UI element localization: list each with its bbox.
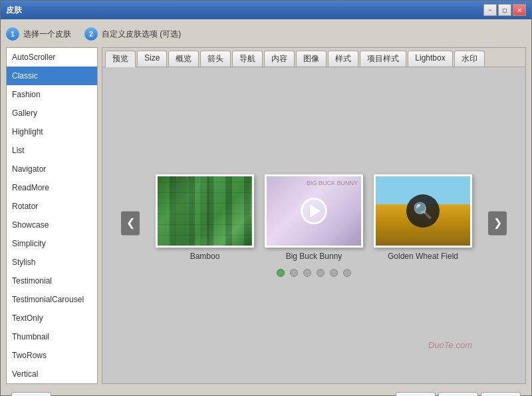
sidebar-item-simplicity[interactable]: Simplicity: [7, 234, 97, 253]
sidebar-item-highlight[interactable]: Highlight: [7, 122, 97, 141]
tab-nav[interactable]: 导航: [232, 51, 263, 67]
sidebar-item-tworows[interactable]: TwoRows: [7, 346, 97, 365]
step-2-circle: 2: [84, 27, 98, 41]
bottom-right-buttons: 确定 取消 帮助: [396, 392, 521, 396]
apply-button[interactable]: 应用: [11, 392, 51, 396]
tab-content[interactable]: 内容: [264, 51, 295, 67]
dot-2[interactable]: [290, 269, 298, 277]
sidebar-item-textonly[interactable]: TextOnly: [7, 309, 97, 327]
carousel-dots: [277, 269, 351, 277]
watermark: DuoTe.com: [428, 340, 472, 350]
right-panel: 预览 Size 概览 箭头 导航 内容 图像 样式 项目样式 Lightbox …: [102, 47, 526, 384]
carousel-image-bunny[interactable]: BIG BUCK BUNNY: [265, 174, 363, 248]
dot-3[interactable]: [303, 269, 311, 277]
carousel: ❮ Bamboo: [116, 81, 512, 370]
sidebar-item-thumbnail[interactable]: Thumbnail: [7, 327, 97, 346]
steps-header: 1 选择一个皮肤 2 自定义皮肤选项 (可选): [6, 25, 526, 43]
tab-watermark[interactable]: 水印: [454, 51, 485, 67]
sidebar-item-navigator[interactable]: Navigator: [7, 160, 97, 178]
carousel-prev-button[interactable]: ❮: [121, 211, 140, 235]
step-1-circle: 1: [6, 27, 19, 41]
sidebar-item-readmore[interactable]: ReadMore: [7, 178, 97, 197]
dot-6[interactable]: [343, 269, 351, 277]
main-panel: AutoScroller Classic Fashion Gallery Hig…: [6, 47, 526, 384]
carousel-image-bamboo[interactable]: [156, 174, 254, 248]
tab-overview[interactable]: 概览: [168, 51, 199, 67]
tab-image[interactable]: 图像: [296, 51, 327, 67]
main-window: 皮肤 － □ ✕ 1 选择一个皮肤 2 自定义皮肤选项 (可选) AutoScr…: [0, 0, 532, 396]
play-button[interactable]: [301, 198, 327, 224]
window-title: 皮肤: [6, 5, 22, 16]
content-area: 1 选择一个皮肤 2 自定义皮肤选项 (可选) AutoScroller Cla…: [1, 19, 531, 396]
carousel-items: Bamboo BIG BUCK BUNNY Big B: [156, 174, 472, 261]
title-bar-buttons: － □ ✕: [483, 4, 526, 16]
carousel-item-bamboo: Bamboo: [156, 174, 254, 261]
tab-lightbox[interactable]: Lightbox: [408, 51, 452, 67]
close-button[interactable]: ✕: [513, 4, 526, 16]
skin-list[interactable]: AutoScroller Classic Fashion Gallery Hig…: [6, 47, 98, 384]
carousel-item-bunny: BIG BUCK BUNNY Big Buck Bunny: [265, 174, 363, 261]
dot-4[interactable]: [317, 269, 325, 277]
carousel-caption-bamboo: Bamboo: [190, 252, 220, 261]
sidebar-item-vertical[interactable]: Vertical: [7, 365, 97, 383]
dot-5[interactable]: [330, 269, 338, 277]
sidebar-item-showcase[interactable]: Showcase: [7, 216, 97, 234]
play-icon: [310, 204, 321, 218]
sidebar-item-gallery[interactable]: Gallery: [7, 104, 97, 122]
sidebar-item-fashion[interactable]: Fashion: [7, 85, 97, 104]
sidebar-item-autoscroller[interactable]: AutoScroller: [7, 48, 97, 67]
sidebar-item-rotator[interactable]: Rotator: [7, 197, 97, 216]
carousel-caption-wheat: Golden Wheat Field: [388, 252, 458, 261]
tab-bar: 预览 Size 概览 箭头 导航 内容 图像 样式 项目样式 Lightbox …: [102, 48, 525, 67]
step-1-label: 选择一个皮肤: [23, 29, 71, 40]
sidebar-item-stylish[interactable]: Stylish: [7, 253, 97, 272]
help-button[interactable]: 帮助: [481, 392, 521, 396]
tab-size[interactable]: Size: [137, 51, 167, 67]
carousel-caption-bunny: Big Buck Bunny: [286, 252, 342, 261]
carousel-item-wheat: 🔍 Golden Wheat Field: [374, 174, 472, 261]
sidebar-item-testimonial[interactable]: Testimonial: [7, 272, 97, 290]
search-overlay: 🔍: [406, 194, 440, 228]
cancel-button[interactable]: 取消: [438, 392, 478, 396]
sidebar-item-classic[interactable]: Classic: [7, 67, 97, 85]
tab-arrow[interactable]: 箭头: [200, 51, 231, 67]
tab-preview[interactable]: 预览: [105, 51, 136, 67]
carousel-image-wheat[interactable]: 🔍: [374, 174, 472, 248]
dot-1[interactable]: [277, 269, 285, 277]
minimize-button[interactable]: －: [483, 4, 497, 16]
title-bar: 皮肤 － □ ✕: [1, 1, 531, 19]
tab-style[interactable]: 样式: [328, 51, 358, 67]
step-2: 2 自定义皮肤选项 (可选): [84, 27, 181, 41]
sidebar-item-list[interactable]: List: [7, 141, 97, 160]
carousel-next-button[interactable]: ❯: [488, 211, 507, 235]
step-2-label: 自定义皮肤选项 (可选): [102, 29, 181, 40]
ok-button[interactable]: 确定: [396, 392, 436, 396]
step-1: 1 选择一个皮肤: [6, 27, 71, 41]
maximize-button[interactable]: □: [498, 4, 511, 16]
tab-item-style[interactable]: 项目样式: [360, 51, 406, 67]
preview-area: ❮ Bamboo: [102, 67, 525, 383]
sidebar-item-testimonialcarousel[interactable]: TestimonialCarousel: [7, 290, 97, 309]
bottom-bar: 应用 确定 取消 帮助: [6, 388, 526, 396]
search-icon: 🔍: [413, 202, 433, 220]
